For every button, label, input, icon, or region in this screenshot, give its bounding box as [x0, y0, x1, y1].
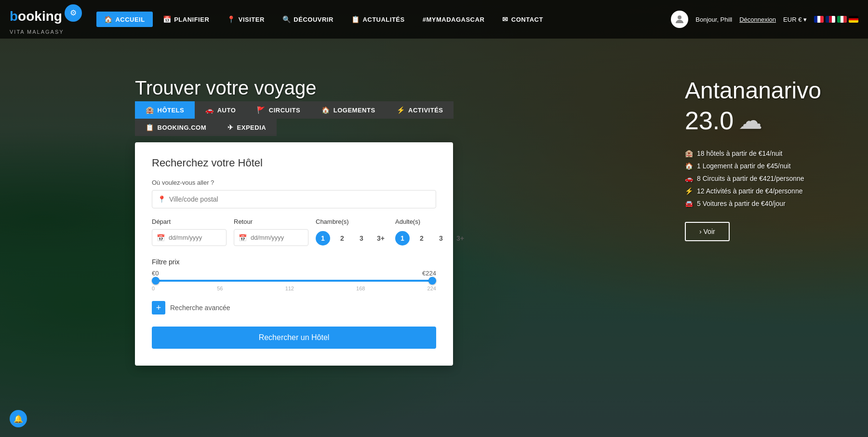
- header: booking ⚙ VITA MALAGASY 🏠 ACCUEIL 📅 PLAN…: [0, 0, 868, 39]
- language-flags: [814, 16, 858, 23]
- booking-tab-icon: 📋: [146, 123, 154, 131]
- chambres-group: Chambre(s) 1 2 3 3+: [316, 218, 388, 246]
- tab-booking[interactable]: 📋 BOOKING.COM: [135, 119, 217, 136]
- date-rooms-row: Départ 📅 Retour 📅 Chambre(s) 1: [152, 218, 436, 246]
- mail-icon: ✉: [502, 15, 508, 23]
- retour-label: Retour: [234, 218, 308, 225]
- logo[interactable]: booking ⚙ VITA MALAGASY: [10, 4, 82, 35]
- tab-hotels[interactable]: 🏨 HÔTELS: [135, 101, 195, 119]
- hotel-tab-icon: 🏨: [146, 106, 154, 114]
- search-button[interactable]: Rechercher un Hôtel: [152, 327, 436, 349]
- flag-de[interactable]: [849, 16, 858, 23]
- tabs-row2: 📋 BOOKING.COM ✈ EXPEDIA: [135, 119, 454, 136]
- price-max: €224: [422, 270, 436, 277]
- adultes-btn-3plus[interactable]: 3+: [453, 231, 467, 246]
- home-icon: 🏠: [104, 15, 113, 23]
- price-range-row: €0 €224: [152, 270, 436, 277]
- logo-sub: VITA MALAGASY: [10, 29, 82, 35]
- avatar: [671, 11, 688, 28]
- advanced-search-row: + Recherche avancée: [152, 301, 436, 314]
- greeting-text: Bonjour, Phill: [695, 16, 732, 23]
- tick-168: 168: [356, 286, 365, 291]
- nav-item-mymadagascar[interactable]: #MYMADAGASCAR: [415, 12, 493, 27]
- weather-row: 23.0 ☁: [685, 106, 854, 135]
- flag-en[interactable]: [826, 16, 835, 23]
- hero-section: Trouver votre voyage 🏨 HÔTELS 🚗 AUTO 🚩 C…: [0, 39, 868, 437]
- depart-input-wrap: 📅: [152, 229, 227, 246]
- activites-tab-icon: ⚡: [397, 106, 405, 114]
- chambres-btn-1[interactable]: 1: [316, 231, 330, 246]
- adultes-group: Adulte(s) 1 2 3 3+: [395, 218, 467, 246]
- slider-thumb-left[interactable]: [152, 277, 160, 285]
- main-nav: 🏠 ACCUEIL 📅 PLANIFIER 📍 VISITER 🔍 DÉCOUV…: [96, 12, 671, 27]
- adultes-counter: 1 2 3 3+: [395, 229, 467, 246]
- location-input[interactable]: [152, 190, 436, 208]
- slider-thumb-right[interactable]: [428, 277, 436, 285]
- notification-bell[interactable]: 🔔: [10, 410, 27, 427]
- chambres-btn-2[interactable]: 2: [335, 231, 349, 246]
- temperature: 23.0: [685, 106, 734, 135]
- retour-group: Retour 📅: [234, 218, 308, 246]
- chambres-btn-3[interactable]: 3: [354, 231, 369, 246]
- nav-item-visiter[interactable]: 📍 VISITER: [219, 12, 272, 27]
- adultes-btn-2[interactable]: 2: [414, 231, 429, 246]
- chambres-btn-3plus[interactable]: 3+: [374, 231, 388, 246]
- search-panel-title: Recherchez votre Hôtel: [152, 157, 436, 169]
- price-filter-label: Filtre prix: [152, 258, 436, 266]
- chambres-label: Chambre(s): [316, 218, 388, 225]
- logo-brand: booking: [10, 10, 62, 23]
- adultes-btn-1[interactable]: 1: [395, 231, 410, 246]
- logements-tab-icon: 🏠: [321, 106, 330, 114]
- nav-item-actualites[interactable]: 📋 ACTUALITÉS: [344, 12, 413, 27]
- info-panel: Antananarivo 23.0 ☁ 🏨 18 hôtels à partir…: [685, 77, 854, 241]
- tick-56: 56: [217, 286, 223, 291]
- tab-auto[interactable]: 🚗 AUTO: [195, 101, 246, 119]
- flag-it[interactable]: [837, 16, 847, 23]
- nav-item-accueil[interactable]: 🏠 ACCUEIL: [96, 12, 153, 27]
- tabs-container: 🏨 HÔTELS 🚗 AUTO 🚩 CIRCUITS 🏠 LOGEMENTS ⚡…: [135, 101, 454, 136]
- nav-item-contact[interactable]: ✉ CONTACT: [494, 12, 551, 27]
- city-name: Antananarivo: [685, 77, 854, 104]
- depart-label: Départ: [152, 218, 227, 225]
- list-item: 🏨 18 hôtels à partir de €14/nuit: [685, 147, 854, 160]
- depart-calendar-icon: 📅: [157, 234, 165, 242]
- advanced-search-label[interactable]: Recherche avancée: [170, 304, 230, 312]
- advanced-search-toggle[interactable]: +: [152, 301, 165, 314]
- currency-selector[interactable]: EUR € ▾: [783, 16, 807, 23]
- tab-logements[interactable]: 🏠 LOGEMENTS: [311, 101, 386, 119]
- tabs-row1: 🏨 HÔTELS 🚗 AUTO 🚩 CIRCUITS 🏠 LOGEMENTS ⚡…: [135, 101, 454, 119]
- tab-circuits[interactable]: 🚩 CIRCUITS: [246, 101, 311, 119]
- adultes-btn-3[interactable]: 3: [434, 231, 448, 246]
- nav-item-planifier[interactable]: 📅 PLANIFIER: [155, 12, 217, 27]
- circuits-tab-icon: 🚩: [257, 106, 266, 114]
- news-icon: 📋: [351, 15, 360, 23]
- search-panel: Recherchez votre Hôtel Où voulez-vous al…: [135, 142, 453, 366]
- voir-button[interactable]: › Voir: [685, 222, 730, 241]
- tick-0: 0: [152, 286, 155, 291]
- auto-tab-icon: 🚗: [205, 106, 214, 114]
- nav-item-decouvrir[interactable]: 🔍 DÉCOUVRIR: [275, 12, 341, 27]
- slider-track: [152, 280, 436, 282]
- retour-calendar-icon: 📅: [239, 234, 247, 242]
- hotel-list-icon: 🏨: [685, 150, 693, 157]
- chambres-counter: 1 2 3 3+: [316, 229, 388, 246]
- flag-fr[interactable]: [814, 16, 824, 23]
- list-item: 🚗 8 Circuits à partir de €421/personne: [685, 172, 854, 185]
- price-slider-wrap: [152, 280, 436, 282]
- list-item: ⚡ 12 Activités à partir de €4/personne: [685, 185, 854, 197]
- slider-ticks: 0 56 112 168 224: [152, 286, 436, 291]
- tab-expedia[interactable]: ✈ EXPEDIA: [217, 119, 277, 136]
- adultes-label: Adulte(s): [395, 218, 467, 225]
- logo-gear-icon: ⚙: [65, 4, 82, 22]
- depart-group: Départ 📅: [152, 218, 227, 246]
- tab-activites[interactable]: ⚡ ACTIVITÉS: [386, 101, 454, 119]
- location-label: Où voulez-vous aller ?: [152, 179, 436, 186]
- retour-input-wrap: 📅: [234, 229, 308, 246]
- pin-icon: 📍: [227, 15, 236, 23]
- location-input-wrap: 📍: [152, 190, 436, 208]
- logout-link[interactable]: Déconnexion: [739, 16, 776, 23]
- list-item: 🏠 1 Logement à partir de €45/nuit: [685, 160, 854, 172]
- slider-fill: [152, 280, 436, 282]
- tick-224: 224: [427, 286, 436, 291]
- expedia-tab-icon: ✈: [227, 123, 234, 131]
